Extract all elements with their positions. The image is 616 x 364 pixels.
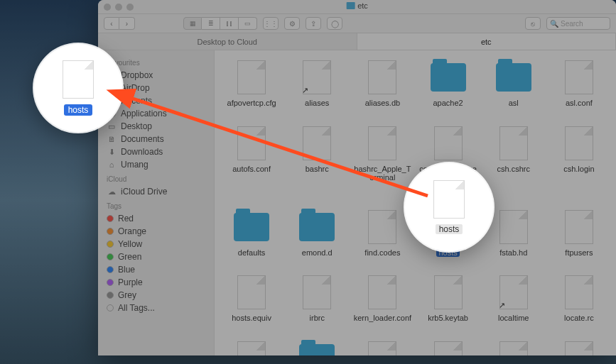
file-icon bbox=[237, 60, 266, 94]
list-view-button[interactable]: ≣ bbox=[202, 17, 220, 30]
file-item[interactable]: fstab.hd bbox=[484, 210, 544, 258]
file-item[interactable]: bashrc_Apple_Terminal bbox=[352, 126, 412, 192]
zoom-icon[interactable] bbox=[126, 4, 134, 11]
sidebar-item-icloud-drive[interactable]: ☁iCloud Drive bbox=[105, 185, 214, 198]
file-icon bbox=[499, 210, 528, 244]
file-item[interactable]: networks bbox=[484, 341, 544, 355]
file-item[interactable]: nanorc bbox=[418, 341, 477, 355]
callout-label: hosts bbox=[436, 224, 463, 234]
sidebar-tag-grey[interactable]: Grey bbox=[105, 289, 214, 302]
tab-etc[interactable]: etc bbox=[357, 33, 617, 50]
file-item[interactable]: aliases.db bbox=[352, 60, 412, 108]
toolbar: ‹ › ▦ ≣ ⫿⫿ ▭ ⋮⋮ ⚙ ⇪ ◯ ⎋ 🔍 Search bbox=[98, 14, 616, 33]
file-item[interactable]: csh.login bbox=[549, 126, 609, 192]
tag-dot-icon bbox=[107, 292, 114, 299]
file-item[interactable]: newsyslog.conf bbox=[549, 341, 609, 355]
folder-icon bbox=[431, 63, 466, 92]
file-icon bbox=[434, 341, 463, 355]
minimize-icon[interactable] bbox=[115, 4, 122, 11]
file-item[interactable]: kern_loader.conf bbox=[352, 275, 412, 323]
file-icon bbox=[434, 126, 463, 160]
sidebar-tag-blue[interactable]: Blue bbox=[105, 263, 214, 276]
file-item[interactable]: ↗localtime bbox=[484, 275, 544, 323]
tab-desktop-to-cloud[interactable]: Desktop to Cloud bbox=[98, 33, 357, 50]
folder-icon bbox=[299, 213, 335, 241]
file-item[interactable]: krb5.keytab bbox=[418, 275, 477, 323]
sidebar-tag-green[interactable]: Green bbox=[105, 250, 214, 263]
view-switcher[interactable]: ▦ ≣ ⫿⫿ ▭ bbox=[183, 17, 257, 30]
file-icon bbox=[368, 275, 396, 309]
file-item[interactable]: emond.d bbox=[287, 210, 347, 258]
sidebar-item-label: Dropbox bbox=[121, 70, 153, 80]
file-item[interactable]: manpaths bbox=[222, 341, 281, 355]
file-item[interactable]: ftpusers bbox=[549, 210, 609, 258]
file-icon bbox=[565, 341, 593, 355]
sidebar-item-applications[interactable]: ⒶApplications bbox=[105, 107, 214, 120]
tag-dot-icon bbox=[107, 266, 114, 273]
sidebar-item-label: Grey bbox=[118, 290, 136, 300]
sidebar-tag-orange[interactable]: Orange bbox=[105, 225, 214, 238]
tag-all-icon bbox=[107, 304, 114, 311]
file-item[interactable]: asl.conf bbox=[549, 60, 609, 108]
file-item[interactable]: asl bbox=[484, 60, 544, 108]
sidebar-tag-red[interactable]: Red bbox=[105, 212, 214, 225]
sidebar-heading-tags: Tags bbox=[107, 202, 214, 210]
gallery-view-button[interactable]: ▭ bbox=[239, 17, 257, 30]
sidebar-item-downloads[interactable]: ⬇Downloads bbox=[105, 145, 214, 158]
file-item[interactable]: csh.cshrc bbox=[484, 126, 544, 192]
file-item[interactable]: manpaths.d bbox=[287, 341, 347, 355]
file-item[interactable]: irbrc bbox=[287, 275, 347, 323]
file-item[interactable]: autofs.conf bbox=[222, 126, 281, 192]
file-icon bbox=[237, 275, 266, 309]
icon-view-button[interactable]: ▦ bbox=[183, 17, 202, 30]
connect-button[interactable]: ⎋ bbox=[525, 17, 541, 30]
file-item[interactable]: afpovertcp.cfg bbox=[222, 60, 281, 108]
file-icon bbox=[433, 180, 465, 219]
sidebar-tag-yellow[interactable]: Yellow bbox=[105, 238, 214, 250]
forward-button[interactable]: › bbox=[119, 17, 135, 30]
file-label: locate.rc bbox=[564, 314, 594, 323]
column-view-button[interactable]: ⫿⫿ bbox=[220, 17, 239, 30]
file-icon bbox=[368, 60, 396, 94]
file-label: hosts.equiv bbox=[232, 314, 271, 323]
sidebar-tag-alltags[interactable]: All Tags... bbox=[105, 302, 214, 314]
sidebar-item-desktop[interactable]: ▭Desktop bbox=[105, 120, 214, 133]
sidebar-item-documents[interactable]: 🗎Documents bbox=[105, 133, 214, 145]
file-icon bbox=[499, 341, 528, 355]
file-item[interactable]: ↗aliases bbox=[287, 60, 347, 108]
sidebar-item-label: Desktop bbox=[121, 121, 152, 131]
share-button[interactable]: ⇪ bbox=[306, 17, 321, 30]
cloud-icon: ☁ bbox=[107, 187, 117, 196]
alias-badge-icon: ↗ bbox=[302, 86, 308, 95]
tag-dot-icon bbox=[107, 279, 114, 286]
file-label: csh.cshrc bbox=[497, 165, 530, 174]
tags-button[interactable]: ◯ bbox=[327, 17, 342, 30]
file-item[interactable]: apache2 bbox=[418, 60, 477, 108]
file-label: asl.conf bbox=[566, 99, 593, 108]
file-item[interactable]: master.passwd bbox=[352, 341, 412, 355]
window-title: etc bbox=[346, 1, 368, 10]
close-icon[interactable] bbox=[104, 4, 111, 11]
file-label: ftpusers bbox=[565, 248, 593, 258]
file-item[interactable]: find.codes bbox=[352, 210, 412, 258]
file-item[interactable]: locate.rc bbox=[549, 275, 609, 323]
file-item[interactable]: hosts.equiv bbox=[222, 275, 281, 323]
tag-dot-icon bbox=[107, 253, 114, 260]
sidebar-item-label: Downloads bbox=[121, 147, 163, 157]
folder-icon bbox=[299, 344, 335, 355]
file-icon bbox=[565, 210, 593, 244]
sidebar-item-label: Recents bbox=[121, 96, 152, 106]
sidebar-tag-purple[interactable]: Purple bbox=[105, 276, 214, 289]
sidebar-item-label: All Tags... bbox=[118, 303, 155, 313]
home-icon: ⌂ bbox=[107, 160, 117, 169]
sidebar-item-umang[interactable]: ⌂Umang bbox=[105, 158, 214, 171]
file-item[interactable]: defaults bbox=[222, 210, 281, 258]
file-item[interactable]: bashrc bbox=[287, 126, 347, 192]
window-controls[interactable] bbox=[104, 4, 134, 11]
search-input[interactable]: 🔍 Search bbox=[546, 17, 610, 30]
sidebar-item-recents[interactable]: 🕘Recents bbox=[105, 94, 214, 107]
back-button[interactable]: ‹ bbox=[104, 17, 119, 30]
arrange-button[interactable]: ⋮⋮ bbox=[263, 17, 279, 30]
action-button[interactable]: ⚙ bbox=[284, 17, 300, 30]
file-label: csh.login bbox=[563, 165, 594, 174]
